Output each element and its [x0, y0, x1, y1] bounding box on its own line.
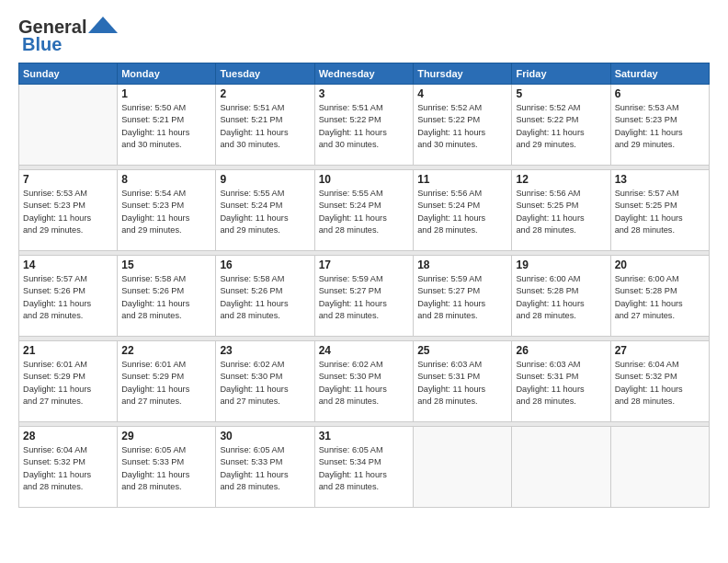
day-info: Sunrise: 6:05 AMSunset: 5:33 PMDaylight:… — [220, 444, 310, 493]
day-number: 27 — [615, 344, 705, 357]
day-info: Sunrise: 6:05 AMSunset: 5:33 PMDaylight:… — [121, 444, 211, 493]
day-number: 12 — [516, 173, 606, 186]
calendar-cell: 16Sunrise: 5:58 AMSunset: 5:26 PMDayligh… — [216, 256, 314, 337]
calendar-header-monday: Monday — [118, 63, 216, 85]
day-info: Sunrise: 6:01 AMSunset: 5:29 PMDaylight:… — [23, 359, 113, 408]
day-info: Sunrise: 5:50 AMSunset: 5:21 PMDaylight:… — [121, 102, 211, 151]
day-info: Sunrise: 5:51 AMSunset: 5:22 PMDaylight:… — [319, 102, 409, 151]
calendar-cell: 29Sunrise: 6:05 AMSunset: 5:33 PMDayligh… — [118, 427, 216, 508]
day-info: Sunrise: 6:04 AMSunset: 5:32 PMDaylight:… — [23, 444, 113, 493]
day-info: Sunrise: 6:00 AMSunset: 5:28 PMDaylight:… — [516, 273, 606, 322]
day-info: Sunrise: 5:57 AMSunset: 5:25 PMDaylight:… — [615, 188, 705, 236]
calendar-cell: 20Sunrise: 6:00 AMSunset: 5:28 PMDayligh… — [610, 256, 709, 337]
calendar-week-4: 28Sunrise: 6:04 AMSunset: 5:32 PMDayligh… — [19, 427, 710, 508]
day-info: Sunrise: 5:59 AMSunset: 5:27 PMDaylight:… — [417, 273, 507, 322]
header: General Blue — [18, 17, 710, 55]
calendar-cell — [414, 427, 512, 508]
day-info: Sunrise: 5:56 AMSunset: 5:25 PMDaylight:… — [516, 188, 606, 236]
calendar-cell: 22Sunrise: 6:01 AMSunset: 5:29 PMDayligh… — [118, 341, 216, 422]
calendar-cell: 3Sunrise: 5:51 AMSunset: 5:22 PMDaylight… — [314, 85, 413, 166]
day-info: Sunrise: 5:56 AMSunset: 5:24 PMDaylight:… — [417, 188, 507, 236]
day-number: 14 — [23, 259, 113, 271]
calendar-cell: 30Sunrise: 6:05 AMSunset: 5:33 PMDayligh… — [216, 427, 314, 508]
calendar-cell: 12Sunrise: 5:56 AMSunset: 5:25 PMDayligh… — [512, 170, 610, 251]
day-number: 24 — [319, 344, 409, 357]
calendar-cell: 18Sunrise: 5:59 AMSunset: 5:27 PMDayligh… — [414, 256, 512, 337]
day-number: 3 — [319, 87, 409, 100]
day-info: Sunrise: 5:53 AMSunset: 5:23 PMDaylight:… — [615, 102, 705, 151]
day-number: 23 — [220, 344, 310, 357]
day-number: 18 — [417, 259, 507, 271]
calendar-cell: 26Sunrise: 6:03 AMSunset: 5:31 PMDayligh… — [512, 341, 610, 422]
day-number: 8 — [121, 173, 211, 186]
page: General Blue SundayMondayTuesdayWednesda… — [0, 0, 728, 563]
day-info: Sunrise: 6:03 AMSunset: 5:31 PMDaylight:… — [417, 359, 507, 408]
calendar-cell: 27Sunrise: 6:04 AMSunset: 5:32 PMDayligh… — [610, 341, 709, 422]
calendar-header-wednesday: Wednesday — [314, 63, 413, 85]
calendar-cell: 10Sunrise: 5:55 AMSunset: 5:24 PMDayligh… — [314, 170, 413, 251]
day-number: 1 — [121, 87, 211, 100]
day-info: Sunrise: 5:51 AMSunset: 5:21 PMDaylight:… — [220, 102, 310, 151]
day-info: Sunrise: 6:02 AMSunset: 5:30 PMDaylight:… — [220, 359, 310, 408]
calendar-cell: 15Sunrise: 5:58 AMSunset: 5:26 PMDayligh… — [118, 256, 216, 337]
calendar-cell: 6Sunrise: 5:53 AMSunset: 5:23 PMDaylight… — [610, 85, 709, 166]
calendar-header-row: SundayMondayTuesdayWednesdayThursdayFrid… — [19, 63, 710, 85]
day-number: 25 — [417, 344, 507, 357]
day-info: Sunrise: 6:02 AMSunset: 5:30 PMDaylight:… — [319, 359, 409, 408]
calendar-cell: 9Sunrise: 5:55 AMSunset: 5:24 PMDaylight… — [216, 170, 314, 251]
calendar-cell: 19Sunrise: 6:00 AMSunset: 5:28 PMDayligh… — [512, 256, 610, 337]
day-info: Sunrise: 5:54 AMSunset: 5:23 PMDaylight:… — [121, 188, 211, 236]
calendar-week-3: 21Sunrise: 6:01 AMSunset: 5:29 PMDayligh… — [19, 341, 710, 422]
calendar-cell: 31Sunrise: 6:05 AMSunset: 5:34 PMDayligh… — [314, 427, 413, 508]
calendar-header-thursday: Thursday — [414, 63, 512, 85]
calendar-header-tuesday: Tuesday — [216, 63, 314, 85]
day-number: 9 — [220, 173, 310, 186]
day-number: 6 — [615, 87, 705, 100]
calendar-header-sunday: Sunday — [19, 63, 118, 85]
day-info: Sunrise: 5:58 AMSunset: 5:26 PMDaylight:… — [121, 273, 211, 322]
day-info: Sunrise: 5:52 AMSunset: 5:22 PMDaylight:… — [417, 102, 507, 151]
calendar-cell — [19, 85, 118, 166]
calendar-cell: 11Sunrise: 5:56 AMSunset: 5:24 PMDayligh… — [414, 170, 512, 251]
day-info: Sunrise: 6:01 AMSunset: 5:29 PMDaylight:… — [121, 359, 211, 408]
logo-blue: Blue — [22, 34, 62, 55]
calendar-cell — [610, 427, 709, 508]
day-info: Sunrise: 5:55 AMSunset: 5:24 PMDaylight:… — [319, 188, 409, 236]
day-number: 30 — [220, 430, 310, 442]
day-number: 28 — [23, 430, 113, 442]
calendar-cell: 17Sunrise: 5:59 AMSunset: 5:27 PMDayligh… — [314, 256, 413, 337]
day-number: 29 — [121, 430, 211, 442]
logo: General Blue — [18, 17, 118, 55]
calendar-cell: 5Sunrise: 5:52 AMSunset: 5:22 PMDaylight… — [512, 85, 610, 166]
day-number: 26 — [516, 344, 606, 357]
calendar-week-2: 14Sunrise: 5:57 AMSunset: 5:26 PMDayligh… — [19, 256, 710, 337]
day-info: Sunrise: 5:55 AMSunset: 5:24 PMDaylight:… — [220, 188, 310, 236]
calendar-header-friday: Friday — [512, 63, 610, 85]
calendar-week-1: 7Sunrise: 5:53 AMSunset: 5:23 PMDaylight… — [19, 170, 710, 251]
day-number: 2 — [220, 87, 310, 100]
calendar-cell — [512, 427, 610, 508]
day-info: Sunrise: 5:52 AMSunset: 5:22 PMDaylight:… — [516, 102, 606, 151]
logo-icon — [88, 17, 118, 33]
day-info: Sunrise: 5:57 AMSunset: 5:26 PMDaylight:… — [23, 273, 113, 322]
day-info: Sunrise: 6:03 AMSunset: 5:31 PMDaylight:… — [516, 359, 606, 408]
day-number: 17 — [319, 259, 409, 271]
day-number: 16 — [220, 259, 310, 271]
calendar-cell: 25Sunrise: 6:03 AMSunset: 5:31 PMDayligh… — [414, 341, 512, 422]
day-info: Sunrise: 6:04 AMSunset: 5:32 PMDaylight:… — [615, 359, 705, 408]
calendar-cell: 1Sunrise: 5:50 AMSunset: 5:21 PMDaylight… — [118, 85, 216, 166]
calendar-cell: 2Sunrise: 5:51 AMSunset: 5:21 PMDaylight… — [216, 85, 314, 166]
day-info: Sunrise: 6:00 AMSunset: 5:28 PMDaylight:… — [615, 273, 705, 322]
day-number: 15 — [121, 259, 211, 271]
calendar-cell: 13Sunrise: 5:57 AMSunset: 5:25 PMDayligh… — [610, 170, 709, 251]
day-number: 13 — [615, 173, 705, 186]
day-number: 21 — [23, 344, 113, 357]
calendar-cell: 4Sunrise: 5:52 AMSunset: 5:22 PMDaylight… — [414, 85, 512, 166]
calendar-cell: 28Sunrise: 6:04 AMSunset: 5:32 PMDayligh… — [19, 427, 118, 508]
calendar-week-0: 1Sunrise: 5:50 AMSunset: 5:21 PMDaylight… — [19, 85, 710, 166]
day-number: 31 — [319, 430, 409, 442]
day-info: Sunrise: 6:05 AMSunset: 5:34 PMDaylight:… — [319, 444, 409, 493]
day-number: 5 — [516, 87, 606, 100]
svg-marker-0 — [88, 17, 118, 33]
calendar-cell: 24Sunrise: 6:02 AMSunset: 5:30 PMDayligh… — [314, 341, 413, 422]
